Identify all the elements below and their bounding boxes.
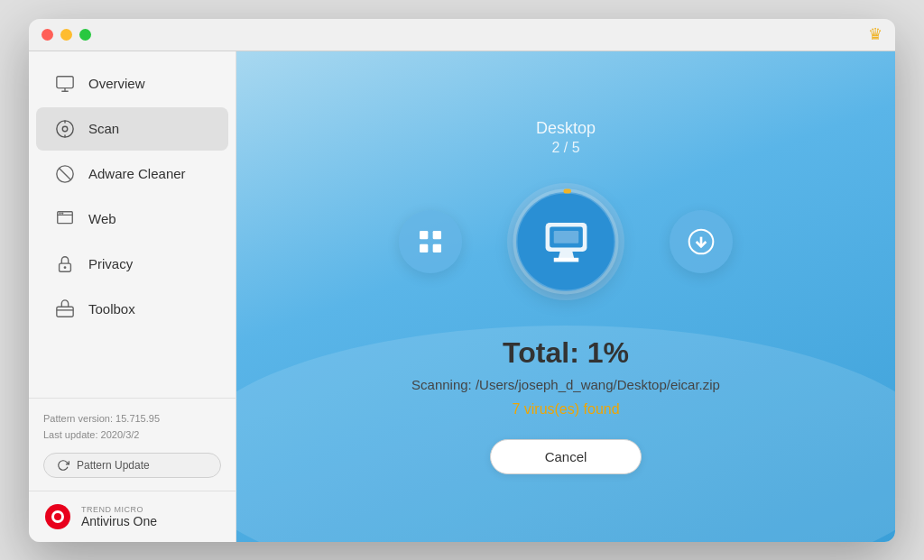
main-scan-circle-outer — [507, 183, 624, 300]
main-content: Desktop 2 / 5 — [236, 51, 895, 542]
toolbox-icon — [54, 298, 76, 320]
sidebar-label-overview: Overview — [88, 76, 145, 91]
crown-icon: ♛ — [868, 24, 882, 44]
brand-text: TREND MICRO Antivirus One — [81, 505, 157, 528]
pattern-version: Pattern version: 15.715.95 Last update: … — [43, 411, 221, 443]
svg-point-14 — [64, 266, 67, 269]
svg-point-29 — [515, 191, 616, 292]
svg-rect-21 — [433, 231, 441, 239]
scan-icons-row — [399, 183, 733, 300]
sidebar-label-adware: Adware Cleaner — [88, 166, 186, 181]
brand-small: TREND MICRO — [81, 505, 157, 514]
sidebar-item-toolbox[interactable]: Toolbox — [36, 288, 228, 331]
virus-found: 7 virus(es) found — [411, 401, 720, 418]
sidebar-bottom: Pattern version: 15.715.95 Last update: … — [29, 398, 236, 490]
svg-point-12 — [62, 213, 63, 214]
svg-point-19 — [54, 513, 61, 520]
apps-icon-circle[interactable] — [399, 210, 462, 273]
scan-path: Scanning: /Users/joseph_d_wang/Desktop/e… — [411, 377, 720, 392]
sidebar-label-scan: Scan — [88, 121, 119, 136]
svg-point-4 — [62, 126, 68, 132]
adware-icon — [54, 163, 76, 185]
svg-rect-22 — [420, 243, 428, 252]
sidebar-item-adware[interactable]: Adware Cleaner — [36, 152, 228, 196]
apps-grid-icon — [416, 227, 445, 256]
svg-rect-23 — [433, 243, 441, 252]
download-icon-circle[interactable] — [670, 210, 733, 273]
svg-line-8 — [60, 168, 71, 179]
sidebar: Overview Scan — [29, 51, 236, 542]
scan-type: Desktop — [536, 119, 596, 138]
brand-large: Antivirus One — [81, 514, 157, 528]
svg-rect-0 — [57, 76, 73, 87]
pattern-update-button[interactable]: Pattern Update — [43, 453, 221, 478]
sidebar-label-toolbox: Toolbox — [88, 301, 135, 317]
close-button[interactable] — [42, 29, 53, 41]
scan-info: Total: 1% Scanning: /Users/joseph_d_wang… — [411, 336, 720, 474]
sidebar-nav: Overview Scan — [29, 51, 236, 399]
svg-rect-20 — [420, 231, 428, 239]
web-icon — [54, 208, 76, 230]
app-window: ♛ Overview — [29, 19, 895, 542]
sidebar-item-web[interactable]: Web — [36, 197, 228, 241]
sidebar-item-overview[interactable]: Overview — [36, 62, 228, 106]
sidebar-item-scan[interactable]: Scan — [36, 107, 228, 151]
trend-micro-logo — [43, 502, 72, 531]
scan-total: Total: 1% — [411, 336, 720, 370]
scan-header: Desktop 2 / 5 — [536, 119, 596, 156]
refresh-icon — [57, 459, 69, 472]
privacy-icon — [54, 253, 76, 275]
sidebar-item-privacy[interactable]: Privacy — [36, 243, 228, 286]
progress-arc — [511, 187, 621, 297]
title-bar: ♛ — [29, 19, 895, 51]
download-icon — [687, 227, 716, 256]
sidebar-label-privacy: Privacy — [88, 256, 133, 271]
brand-area: TREND MICRO Antivirus One — [29, 491, 236, 542]
svg-point-11 — [60, 213, 60, 214]
main-scan-circle[interactable] — [516, 192, 615, 291]
cancel-button[interactable]: Cancel — [490, 439, 642, 474]
sidebar-label-web: Web — [88, 211, 116, 226]
app-body: Overview Scan — [29, 51, 895, 542]
monitor-icon — [54, 73, 76, 95]
maximize-button[interactable] — [79, 29, 91, 41]
svg-rect-15 — [57, 307, 73, 317]
minimize-button[interactable] — [60, 29, 72, 41]
scan-progress: 2 / 5 — [536, 140, 596, 156]
scan-icon — [54, 118, 76, 140]
